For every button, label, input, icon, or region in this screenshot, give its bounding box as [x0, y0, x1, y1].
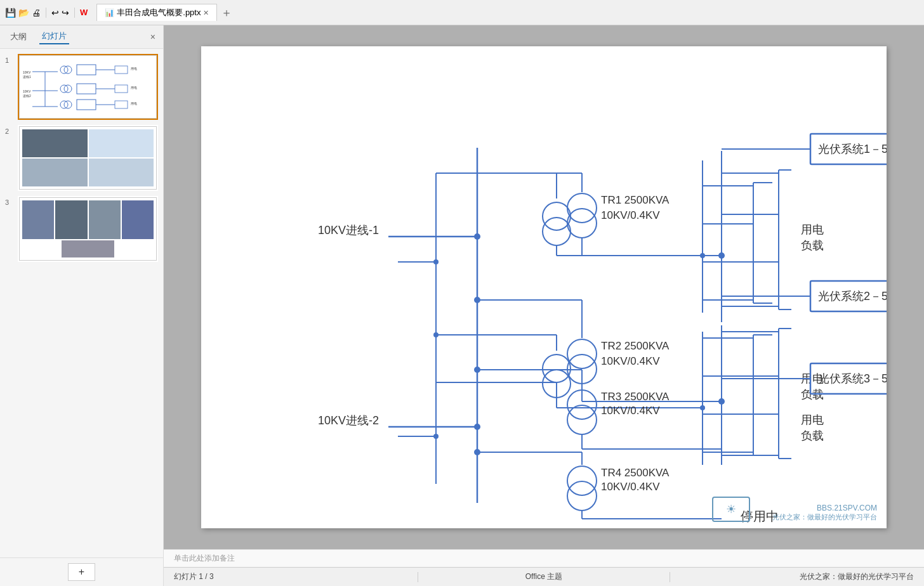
- sun-icon: ☀: [726, 502, 736, 516]
- pv1-text: 光伏系统1－500KWp: [818, 143, 887, 155]
- svg-text:进线2: 进线2: [23, 94, 31, 98]
- pv3-text: 光伏系统3－500KWp: [818, 372, 887, 385]
- photo-2: [89, 129, 154, 157]
- tr2-text-line2: 10KV/0.4KV: [601, 355, 660, 367]
- svg-rect-12: [77, 100, 96, 110]
- load1-text-line2: 负载: [801, 239, 824, 252]
- file-tab[interactable]: 📊 丰田合成电气概要.pptx ✕: [96, 4, 217, 21]
- svg-rect-10: [77, 65, 96, 75]
- sidebar-header: 大纲 幻灯片 ×: [0, 25, 163, 49]
- tr2-text-line1: TR2 2500KVA: [601, 340, 670, 352]
- photo-3-3: [89, 200, 121, 239]
- slide-item-1[interactable]: 1: [5, 54, 158, 120]
- pptx-icon: 📊: [105, 8, 114, 17]
- tr4-text-line2: 10KV/0.4KV: [601, 481, 660, 493]
- svg-rect-17: [115, 85, 128, 93]
- separator: [46, 8, 46, 18]
- svg-point-98: [474, 449, 480, 455]
- slide-3-preview: [19, 197, 157, 261]
- undo-icon[interactable]: ↩: [51, 8, 59, 18]
- redo-icon[interactable]: ↪: [62, 8, 69, 18]
- photo-3-1: [22, 200, 54, 239]
- slide-item-2[interactable]: 2: [5, 125, 158, 191]
- tab-bar: 📊 丰田合成电气概要.pptx ✕ ＋: [96, 4, 919, 21]
- svg-text:10KV: 10KV: [23, 70, 31, 74]
- tr4-text-line1: TR4 2500KVA: [601, 467, 670, 479]
- svg-text:进线1: 进线1: [23, 75, 31, 79]
- status-left: 幻灯片 1 / 3: [174, 571, 410, 582]
- watermark-line1: 光伏之家：做最好的光伏学习平台: [772, 512, 877, 522]
- line2-text: 10KV进线-2: [318, 414, 379, 427]
- photo-1: [22, 129, 88, 157]
- photo-4: [89, 159, 154, 186]
- slide-3-top-row: [22, 200, 154, 239]
- pv2-text: 光伏系统2－500KWp: [818, 290, 887, 303]
- watermark-status: 光伏之家：做最好的光伏学习平台: [800, 571, 914, 582]
- slide-number-3: 3: [5, 199, 14, 206]
- new-tab-button[interactable]: ＋: [217, 5, 236, 20]
- tab-outline[interactable]: 大纲: [8, 30, 29, 44]
- slide-thumb-3[interactable]: [18, 196, 158, 262]
- tab-filename: 丰田合成电气概要.pptx: [117, 7, 201, 18]
- status-divider-1: [418, 572, 418, 582]
- sidebar: 大纲 幻灯片 × 1: [0, 25, 164, 586]
- slide-info: 幻灯片 1 / 3: [174, 571, 214, 582]
- tab-slides[interactable]: 幻灯片: [39, 29, 69, 44]
- slide-1-mini-svg: 10KV 进线1 10KV 进线2 用电 用电 用电: [20, 56, 157, 119]
- svg-text:用电: 用电: [131, 67, 137, 70]
- slide-2-preview: [19, 126, 157, 190]
- slide-canvas: 10KV进线-1 TR1 2500KVA 10KV/0.4KV TR2 2500…: [201, 46, 887, 528]
- status-right: 光伏之家：做最好的光伏学习平台: [678, 571, 914, 582]
- tr1-text-line1: TR1 2500KVA: [601, 194, 670, 206]
- tr3-text-line2: 10KV/0.4KV: [601, 405, 660, 417]
- separator2: [74, 8, 75, 18]
- photo-3-2: [55, 200, 87, 239]
- add-slide-button[interactable]: +: [68, 563, 95, 581]
- slide-3-bottom: [22, 240, 154, 257]
- watermark-line2: BBS.21SPV.COM: [772, 504, 877, 512]
- title-bar: 💾 📂 🖨 ↩ ↪ W 📊 丰田合成电气概要.pptx ✕ ＋: [0, 0, 924, 25]
- tab-close-icon[interactable]: ✕: [203, 9, 209, 17]
- watermark-logo: ☀: [712, 497, 750, 522]
- load1-text-line1: 用电: [801, 223, 824, 236]
- svg-point-92: [474, 367, 480, 373]
- toolbar-icons: 💾 📂 🖨 ↩ ↪ W: [5, 8, 88, 18]
- slide-list: 1: [0, 49, 163, 557]
- slide-item-3[interactable]: 3: [5, 196, 158, 262]
- slide-thumb-1[interactable]: 10KV 进线1 10KV 进线2 用电 用电 用电: [18, 54, 158, 120]
- status-center: Office 主题: [426, 571, 662, 582]
- watermark: BBS.21SPV.COM 光伏之家：做最好的光伏学习平台 ☀: [772, 504, 877, 522]
- svg-text:用电: 用电: [131, 86, 137, 89]
- slide-number-2: 2: [5, 127, 14, 135]
- wps-icon: W: [80, 8, 88, 17]
- svg-rect-18: [115, 101, 128, 108]
- status-divider-2: [670, 572, 670, 582]
- sidebar-close-button[interactable]: ×: [150, 32, 155, 42]
- svg-text:10KV: 10KV: [23, 89, 31, 93]
- photo-3-4: [122, 200, 154, 239]
- tr1-text-line2: 10KV/0.4KV: [601, 209, 660, 221]
- notes-bar[interactable]: 单击此处添加备注: [164, 549, 924, 567]
- save-icon[interactable]: 💾: [5, 8, 16, 18]
- main-layout: 大纲 幻灯片 × 1: [0, 25, 924, 586]
- load3-text-line2: 负载: [801, 429, 824, 442]
- photo-3-5: [62, 240, 114, 257]
- slide-3-layout: [20, 198, 156, 260]
- theme-label: Office 主题: [525, 571, 562, 582]
- print-icon[interactable]: 🖨: [32, 8, 41, 18]
- load3-text-line1: 用电: [801, 413, 824, 426]
- slide-number-1: 1: [5, 56, 14, 64]
- open-icon[interactable]: 📂: [18, 8, 29, 18]
- content-area: 10KV进线-1 TR1 2500KVA 10KV/0.4KV TR2 2500…: [164, 25, 924, 586]
- svg-rect-16: [115, 66, 128, 74]
- slide-1-preview: 10KV 进线1 10KV 进线2 用电 用电 用电: [19, 55, 157, 119]
- svg-point-76: [474, 297, 480, 303]
- slide-thumb-2[interactable]: [18, 125, 158, 191]
- svg-text:用电: 用电: [131, 101, 137, 105]
- line1-text: 10KV进线-1: [318, 224, 379, 237]
- notes-placeholder: 单击此处添加备注: [174, 553, 235, 564]
- tr3-text-line1: TR3 2500KVA: [601, 391, 670, 403]
- main-diagram-svg: 10KV进线-1 TR1 2500KVA 10KV/0.4KV TR2 2500…: [201, 46, 887, 528]
- svg-rect-11: [77, 84, 96, 94]
- photo-3: [22, 159, 88, 186]
